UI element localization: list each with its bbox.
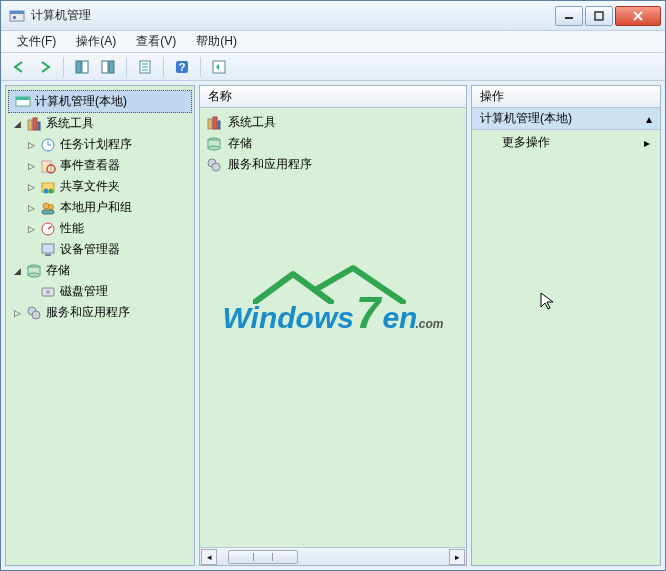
actions-header: 操作 xyxy=(472,86,660,108)
svg-point-50 xyxy=(208,146,220,150)
system-tools-icon xyxy=(26,116,42,132)
refresh-button[interactable] xyxy=(207,56,231,78)
tree-item-task-scheduler[interactable]: ▷ 任务计划程序 xyxy=(26,134,194,155)
back-button[interactable] xyxy=(7,56,31,78)
toolbar-separator xyxy=(200,57,201,77)
menu-file[interactable]: 文件(F) xyxy=(7,31,66,52)
tree-label: 任务计划程序 xyxy=(60,136,132,153)
services-icon xyxy=(206,157,222,173)
actions-header-label: 操作 xyxy=(480,88,504,105)
tree-item-shared-folders[interactable]: ▷ 共享文件夹 xyxy=(26,176,194,197)
toolbar-separator xyxy=(63,57,64,77)
expander-expand-icon[interactable]: ▷ xyxy=(26,224,36,234)
list-body: 系统工具 存储 服务和应用程序 Windows 7 en .com xyxy=(200,108,466,547)
clock-icon xyxy=(40,137,56,153)
close-button[interactable] xyxy=(615,6,661,26)
tree-root-label: 计算机管理(本地) xyxy=(35,93,127,110)
watermark-roof-icon xyxy=(253,264,413,304)
expander-expand-icon[interactable]: ▷ xyxy=(26,161,36,171)
window-controls xyxy=(555,6,661,26)
scroll-left-button[interactable]: ◂ xyxy=(201,549,217,565)
services-icon xyxy=(26,305,42,321)
svg-rect-8 xyxy=(82,61,88,73)
svg-point-29 xyxy=(44,188,49,193)
svg-point-32 xyxy=(49,204,54,209)
list-row-label: 系统工具 xyxy=(228,114,276,131)
tree-label: 事件查看器 xyxy=(60,157,120,174)
tree-root[interactable]: 计算机管理(本地) xyxy=(8,90,192,113)
svg-text:?: ? xyxy=(179,61,186,73)
chevron-up-icon: ▴ xyxy=(646,112,652,126)
expander-expand-icon[interactable]: ▷ xyxy=(12,308,22,318)
watermark-text2: en xyxy=(382,301,417,335)
show-hide-tree-button[interactable] xyxy=(70,56,94,78)
tree-item-storage[interactable]: ◢ 存储 xyxy=(12,260,194,281)
horizontal-scrollbar[interactable]: ◂ ▸ xyxy=(200,547,466,565)
list-row-storage[interactable]: 存储 xyxy=(206,133,460,154)
properties-button[interactable] xyxy=(133,56,157,78)
list-row-label: 服务和应用程序 xyxy=(228,156,312,173)
svg-rect-47 xyxy=(218,121,220,129)
maximize-button[interactable] xyxy=(585,6,613,26)
forward-button[interactable] xyxy=(33,56,57,78)
show-hide-action-button[interactable] xyxy=(96,56,120,78)
svg-rect-9 xyxy=(102,61,108,73)
svg-rect-37 xyxy=(45,254,51,256)
svg-point-31 xyxy=(43,203,49,209)
tree-item-local-users[interactable]: ▷ 本地用户和组 xyxy=(26,197,194,218)
watermark-big: 7 xyxy=(356,288,380,338)
menubar: 文件(F) 操作(A) 查看(V) 帮助(H) xyxy=(1,31,665,53)
tree-item-device-manager[interactable]: ▷ 设备管理器 xyxy=(26,239,194,260)
storage-icon xyxy=(206,136,222,152)
svg-point-30 xyxy=(49,188,54,193)
menu-action[interactable]: 操作(A) xyxy=(66,31,126,52)
actions-pane: 操作 计算机管理(本地) ▴ 更多操作 ▸ xyxy=(471,85,661,566)
list-pane: 名称 系统工具 存储 服务和应用程序 W xyxy=(199,85,467,566)
tree-item-disk-management[interactable]: ▷ 磁盘管理 xyxy=(26,281,194,302)
computer-management-icon xyxy=(15,94,31,110)
tree-label: 共享文件夹 xyxy=(60,178,120,195)
svg-rect-19 xyxy=(16,97,30,100)
app-window: 计算机管理 文件(F) 操作(A) 查看(V) 帮助(H) ? 计算 xyxy=(0,0,666,571)
event-viewer-icon xyxy=(40,158,56,174)
expander-collapse-icon[interactable]: ◢ xyxy=(12,266,22,276)
svg-rect-21 xyxy=(33,118,37,130)
svg-rect-45 xyxy=(208,119,212,129)
svg-rect-4 xyxy=(595,12,603,20)
toolbar-separator xyxy=(126,57,127,77)
users-icon xyxy=(40,200,56,216)
expander-expand-icon[interactable]: ▷ xyxy=(26,203,36,213)
menu-view[interactable]: 查看(V) xyxy=(126,31,186,52)
scroll-right-button[interactable]: ▸ xyxy=(449,549,465,565)
tree-item-event-viewer[interactable]: ▷ 事件查看器 xyxy=(26,155,194,176)
tree-item-system-tools[interactable]: ◢ 系统工具 xyxy=(12,113,194,134)
list-row-services[interactable]: 服务和应用程序 xyxy=(206,154,460,175)
action-more[interactable]: 更多操作 ▸ xyxy=(472,130,660,155)
expander-expand-icon[interactable]: ▷ xyxy=(26,182,36,192)
tree-item-performance[interactable]: ▷ 性能 xyxy=(26,218,194,239)
tree-label: 磁盘管理 xyxy=(60,283,108,300)
tree-label: 性能 xyxy=(60,220,84,237)
watermark-suffix: .com xyxy=(415,317,443,331)
actions-section-label: 计算机管理(本地) xyxy=(480,110,572,127)
window-title: 计算机管理 xyxy=(31,7,555,24)
actions-section[interactable]: 计算机管理(本地) ▴ xyxy=(472,108,660,130)
scroll-thumb[interactable] xyxy=(228,550,298,564)
tree-item-services[interactable]: ▷ 服务和应用程序 xyxy=(12,302,194,323)
tree-label: 存储 xyxy=(46,262,70,279)
list-row-system-tools[interactable]: 系统工具 xyxy=(206,112,460,133)
column-header-label: 名称 xyxy=(208,88,232,105)
svg-rect-7 xyxy=(76,61,81,73)
performance-icon xyxy=(40,221,56,237)
expander-collapse-icon[interactable]: ◢ xyxy=(12,119,22,129)
svg-rect-20 xyxy=(28,120,32,130)
list-header-name[interactable]: 名称 xyxy=(200,86,466,108)
tree-label: 设备管理器 xyxy=(60,241,120,258)
menu-help[interactable]: 帮助(H) xyxy=(186,31,247,52)
svg-rect-1 xyxy=(10,11,24,14)
help-button[interactable]: ? xyxy=(170,56,194,78)
expander-expand-icon[interactable]: ▷ xyxy=(26,140,36,150)
svg-point-42 xyxy=(46,290,50,294)
toolbar-separator xyxy=(163,57,164,77)
minimize-button[interactable] xyxy=(555,6,583,26)
